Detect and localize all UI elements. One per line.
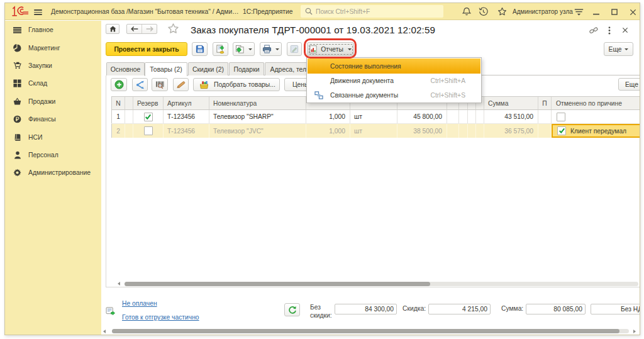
history-icon[interactable] <box>478 6 489 17</box>
pie-chart-icon <box>13 44 21 52</box>
sidebar-item-6[interactable]: Финансы <box>5 111 101 128</box>
payment-status-link[interactable]: Не оплачен <box>122 300 157 307</box>
cell-reserve[interactable] <box>133 124 164 138</box>
no-discount-field[interactable]: 84 300,00 <box>335 304 397 314</box>
pick-goods-button[interactable]: Подобрать товары... <box>193 78 280 91</box>
main-menu-icon[interactable] <box>34 9 42 15</box>
col-n[interactable]: N <box>111 97 125 109</box>
dropdown-caret-icon <box>625 48 628 50</box>
database-title: Демонстрационная база /Магазин "Бытовая … <box>51 8 239 15</box>
form-hscrollbar-thumb[interactable] <box>112 329 619 333</box>
more-button-table[interactable]: Еще <box>618 78 640 91</box>
home-button[interactable] <box>106 24 119 34</box>
book-icon <box>13 133 21 142</box>
menu-item-shortcut: Ctrl+Shift+A <box>430 77 465 84</box>
tab-discounts[interactable]: Скидки (2) <box>188 62 228 75</box>
cell-name: Телевизор "JVC" <box>209 124 306 138</box>
col-reserve[interactable]: Резерв <box>133 97 164 109</box>
cell-x <box>468 124 476 138</box>
tab-main[interactable]: Основное <box>106 62 145 75</box>
cell-sku: Т-123456 <box>164 124 209 138</box>
checkbox-unchecked[interactable] <box>144 126 153 135</box>
tab-goods[interactable]: Товары (2) <box>145 62 187 76</box>
barcode-scan-button[interactable] <box>152 78 168 91</box>
favorite-star-icon[interactable] <box>167 23 179 36</box>
create-based-on-button[interactable] <box>233 42 255 56</box>
sidebar-item-7[interactable]: НСИ <box>5 128 101 146</box>
col-cancel-reason[interactable]: Отменено по причине <box>552 97 640 109</box>
tab-gifts[interactable]: Подарки <box>229 62 264 75</box>
nav-group <box>126 24 157 34</box>
tools-settings-icon[interactable] <box>573 6 584 17</box>
app-name: 1С:Предприятие <box>243 8 292 15</box>
checkbox-checked[interactable] <box>557 126 566 135</box>
attach-file-button-disabled[interactable] <box>287 42 302 56</box>
menu-item-document-movements[interactable]: Движения документа Ctrl+Shift+A <box>308 74 480 88</box>
edit-row-button[interactable] <box>173 78 189 91</box>
cell-x <box>459 110 468 123</box>
cell-price: 45 800,00 <box>397 110 447 123</box>
forward-button[interactable] <box>142 25 157 33</box>
maximize-button[interactable] <box>609 7 619 17</box>
sidebar-item-4[interactable]: Склад <box>5 75 101 92</box>
col-p[interactable]: П <box>538 97 552 109</box>
get-link-icon[interactable] <box>589 26 598 36</box>
basket-icon <box>13 97 21 106</box>
table-hscrollbar-thumb[interactable] <box>125 282 430 286</box>
back-button[interactable] <box>127 25 142 33</box>
notifications-bell-icon[interactable] <box>461 6 472 17</box>
menu-item-execution-state[interactable]: Состояние выполнения <box>308 58 480 74</box>
post-document-button[interactable] <box>213 42 228 56</box>
reports-button[interactable]: Отчеты <box>307 42 354 56</box>
cell-reserve[interactable] <box>133 110 164 123</box>
sidebar-item-label: Администрирование <box>28 169 91 176</box>
col-sku[interactable]: Артикул <box>164 97 209 109</box>
sidebar-item-5[interactable]: Продажи <box>5 92 101 110</box>
col-spacer <box>125 97 133 109</box>
discount-label: Скидка: <box>402 305 426 312</box>
refresh-button[interactable] <box>284 303 300 316</box>
split-row-button[interactable] <box>132 78 148 91</box>
col-sum[interactable]: Сумма <box>484 97 538 109</box>
global-search-input[interactable]: Поиск Ctrl+Shift+F <box>301 5 443 18</box>
total-field[interactable]: 80 085,00 <box>526 304 586 314</box>
checkbox-checked[interactable] <box>144 113 153 121</box>
menu-item-related-documents[interactable]: Связанные документы Ctrl+Shift+S <box>308 88 480 103</box>
kebab-menu-icon[interactable] <box>608 26 611 36</box>
table-row-selected[interactable]: 2 Т-123456 Телевизор "JVC" 1,000 шт 38 5… <box>111 124 640 138</box>
discount-field[interactable]: 4 215,00 <box>428 304 491 314</box>
post-and-close-button[interactable]: Провести и закрыть <box>106 42 187 56</box>
minimize-button[interactable] <box>591 7 601 17</box>
print-button[interactable] <box>260 42 282 56</box>
scroll-left-arrow[interactable] <box>118 282 120 286</box>
col-name[interactable]: Номенклатура <box>209 97 306 109</box>
cancel-reason-text: Клиент передумал <box>570 128 626 135</box>
sidebar-item-1[interactable]: Главное <box>5 21 101 39</box>
close-form-icon[interactable] <box>622 27 628 35</box>
current-user[interactable]: Администратор узла <box>513 8 573 15</box>
save-button[interactable] <box>192 42 208 56</box>
cell-x <box>476 110 484 123</box>
shipping-status-link[interactable]: Готов к отгрузке частично <box>122 314 199 321</box>
sidebar-item-2[interactable]: Маркетинг <box>5 39 101 57</box>
close-window-button[interactable] <box>628 7 638 17</box>
vat-field[interactable]: Без НДС <box>591 304 640 314</box>
sidebar-item-9[interactable]: Администрирование <box>5 164 101 182</box>
no-discount-label: Без скидки: <box>310 304 335 320</box>
cell-qty: 1,000 <box>306 124 350 138</box>
add-row-button[interactable] <box>111 78 127 91</box>
sidebar-item-3[interactable]: Закупки <box>5 57 101 74</box>
cell-x <box>476 124 484 138</box>
scroll-right-arrow[interactable] <box>633 330 636 333</box>
checkbox-unchecked[interactable] <box>557 113 565 121</box>
cell-cancel-reason[interactable] <box>552 110 640 123</box>
cell-p <box>538 110 552 123</box>
favorites-star-icon[interactable] <box>497 6 508 17</box>
menu-lines-icon <box>13 26 21 34</box>
cell-unit: шт <box>350 124 397 138</box>
more-button-form[interactable]: Еще <box>604 42 633 56</box>
cell-cancel-reason-focused[interactable]: Клиент передумал <box>552 124 640 138</box>
scroll-left-arrow[interactable] <box>103 330 106 333</box>
table-row[interactable]: 1 Т-123456 Телевизор "SHARP" 1,000 шт 45… <box>111 110 640 124</box>
sidebar-item-8[interactable]: Персонал <box>5 146 101 164</box>
